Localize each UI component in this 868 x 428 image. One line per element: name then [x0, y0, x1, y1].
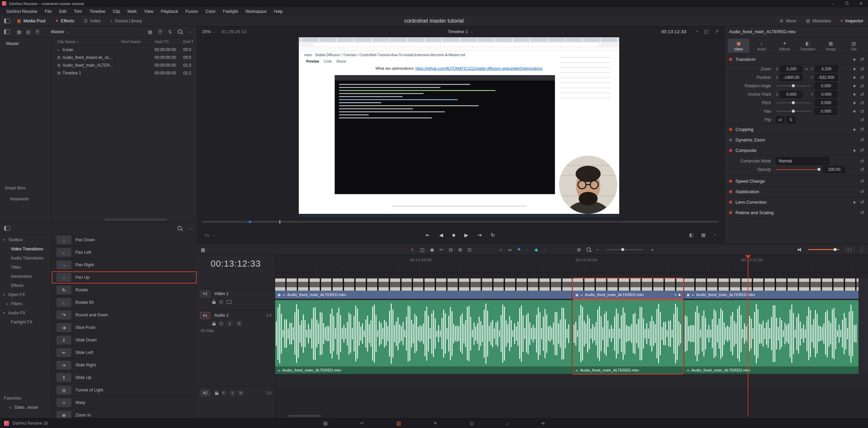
track-a2-chip[interactable]: A2	[200, 389, 210, 397]
flag-icon[interactable]: ⚑	[517, 247, 521, 252]
transition-item[interactable]: ≈Warp	[52, 397, 197, 409]
audio-track-2-lane[interactable]	[275, 375, 868, 388]
dual-viewer-icon[interactable]: ◫	[704, 29, 708, 34]
loop-button[interactable]: ↻	[491, 232, 495, 238]
audio-meter-icon[interactable]	[845, 247, 855, 252]
keyframe-icon[interactable]: ◆	[853, 148, 856, 153]
lock-icon[interactable]	[215, 392, 218, 395]
reset-icon[interactable]: ↺	[860, 83, 864, 89]
options-menu-icon[interactable]: ⋯	[188, 29, 193, 34]
overwrite-clip-icon[interactable]: ⊞	[458, 247, 462, 252]
track-enable-icon[interactable]	[227, 300, 232, 304]
minimize-button[interactable]: –	[825, 0, 840, 7]
keyframe-icon[interactable]: ◆	[853, 75, 856, 80]
playhead-handle[interactable]	[745, 255, 751, 258]
transition-item[interactable]: ⇓Slide Down	[52, 334, 197, 346]
transition-item[interactable]: ←Pan Left	[52, 246, 197, 259]
camera-lock-icon[interactable]: ◔	[713, 232, 716, 237]
section-retime-scaling[interactable]: Retime and Scaling ↺	[724, 207, 868, 218]
effects-options-icon[interactable]: ⋯	[188, 226, 193, 231]
flip-vertical-button[interactable]: ⇅	[787, 116, 795, 123]
metadata-view-icon[interactable]: ☰	[158, 29, 163, 34]
composite-mode-dropdown[interactable]: Normal ⌄	[776, 157, 829, 165]
menu-trim[interactable]: Trim	[70, 7, 86, 16]
razor-tool-icon[interactable]: ✂	[439, 247, 443, 252]
section-cropping[interactable]: Cropping ◆ ↺	[724, 124, 868, 135]
thumbnail-view-icon[interactable]: ▦	[17, 29, 21, 34]
pitch-slider[interactable]	[776, 103, 811, 103]
reset-icon[interactable]: ↺	[860, 199, 864, 205]
reset-icon[interactable]: ↺	[860, 137, 864, 142]
chevron-down-icon[interactable]: ⌄	[527, 248, 529, 251]
curve-icon[interactable]: ∿	[674, 293, 677, 296]
menu-fusion[interactable]: Fusion	[182, 7, 202, 16]
transition-item[interactable]: ◎Tunnel of Light	[52, 384, 197, 397]
audio-clip[interactable]: ∞Audio_fixed_main_ALTERED.mkv	[275, 300, 572, 374]
transform-enable-toggle[interactable]	[729, 58, 732, 61]
link-clips-icon[interactable]: ∞	[508, 247, 511, 252]
search-icon[interactable]	[178, 29, 182, 34]
mixer-button[interactable]: ≣ Mixer	[775, 16, 801, 26]
bin-item-master[interactable]: Master	[0, 40, 51, 48]
tree-item-video-transitions[interactable]: Video Transitions	[0, 244, 51, 253]
record-timecode[interactable]: 00:13:12:33	[661, 29, 686, 34]
expand-viewer-icon[interactable]: ↗	[715, 29, 719, 34]
keyframe-icon[interactable]: ◆	[853, 127, 856, 132]
timeline-timecode[interactable]: 00:13:12:33	[197, 258, 275, 269]
zoom-y-field[interactable]: 3.200	[815, 66, 838, 72]
keyframe-icon[interactable]: ◆	[853, 84, 856, 88]
strip-view-icon[interactable]: ▤	[26, 29, 30, 34]
grade-bypass-icon[interactable]: ◔	[695, 29, 698, 34]
menu-help[interactable]: Help	[270, 7, 287, 16]
section-stabilization[interactable]: Stabilization ↺	[724, 186, 868, 197]
auto-select-icon[interactable]	[222, 391, 226, 395]
marker-icon[interactable]: ◆	[534, 247, 538, 252]
snapping-icon[interactable]: ∩	[499, 247, 503, 252]
panel-toggle-icon[interactable]	[4, 19, 10, 23]
pitch-field[interactable]: 0.000	[815, 99, 837, 106]
menu-view[interactable]: View	[141, 7, 157, 16]
auto-select-icon[interactable]	[219, 322, 223, 325]
section-composite[interactable]: Composite ◆ ↺	[724, 145, 868, 156]
custom-zoom-icon[interactable]: ⊞	[577, 247, 581, 252]
reset-icon[interactable]: ↺	[860, 117, 864, 122]
sound-library-button[interactable]: ♪ Sound Library	[105, 16, 147, 26]
auto-select-icon[interactable]	[219, 300, 223, 304]
reset-icon[interactable]: ↺	[860, 57, 864, 62]
menu-fairlight[interactable]: Fairlight	[219, 7, 242, 16]
transition-item[interactable]: ⇐Slide Left	[52, 346, 197, 359]
anchor-x-field[interactable]: 0.000	[780, 91, 802, 98]
track-header-a2[interactable]: A2 S M 2.0	[197, 386, 275, 399]
zoom-in-icon[interactable]: +	[651, 247, 654, 252]
menu-edit[interactable]: Edit	[55, 7, 70, 16]
solo-button[interactable]: S	[230, 390, 235, 396]
tab-file[interactable]: ▤File	[843, 39, 865, 53]
tree-item-effects[interactable]: Effects	[0, 281, 51, 290]
reset-icon[interactable]: ↺	[860, 127, 864, 132]
reset-icon[interactable]: ↺	[860, 75, 864, 80]
mute-button[interactable]: M	[236, 321, 242, 326]
position-y-field[interactable]: -532.000	[815, 74, 838, 81]
track-a1-chip[interactable]: A1	[200, 312, 210, 319]
solo-button[interactable]: S	[227, 321, 233, 326]
tree-item-audio-fx[interactable]: ▾Audio FX	[0, 308, 51, 317]
reset-icon[interactable]: ↺	[860, 92, 864, 97]
lock-icon[interactable]	[212, 323, 216, 325]
keyframe-icon[interactable]: ◆	[678, 293, 681, 296]
tree-item-titles[interactable]: Titles	[0, 263, 51, 272]
transition-item[interactable]: ⇉Slice Push	[52, 321, 197, 334]
timeline-name-dropdown[interactable]: Timeline 1 ⌄	[448, 29, 473, 34]
viewer-zoom-dropdown[interactable]: 25% ⌄	[202, 29, 216, 34]
volume-slider[interactable]	[808, 249, 839, 250]
rotation-field[interactable]: 0.000	[815, 83, 837, 89]
zoom-out-icon[interactable]: −	[596, 247, 599, 252]
composite-enable-toggle[interactable]	[729, 149, 732, 152]
transition-item-selected[interactable]: ↑Pan Up	[52, 271, 197, 284]
close-button[interactable]: ✕	[854, 0, 868, 7]
section-transform[interactable]: Transform ◆ ↺	[724, 54, 868, 65]
clip-list-header[interactable]: Clip Name ∧ Reel Name Start TC End T	[52, 38, 197, 46]
rotation-slider[interactable]	[776, 86, 811, 86]
page-cut[interactable]: ✂	[360, 420, 364, 426]
section-lens-correction[interactable]: Lens Correction ◆ ↺	[724, 197, 868, 207]
tab-audio[interactable]: ♪Audio	[751, 39, 772, 53]
